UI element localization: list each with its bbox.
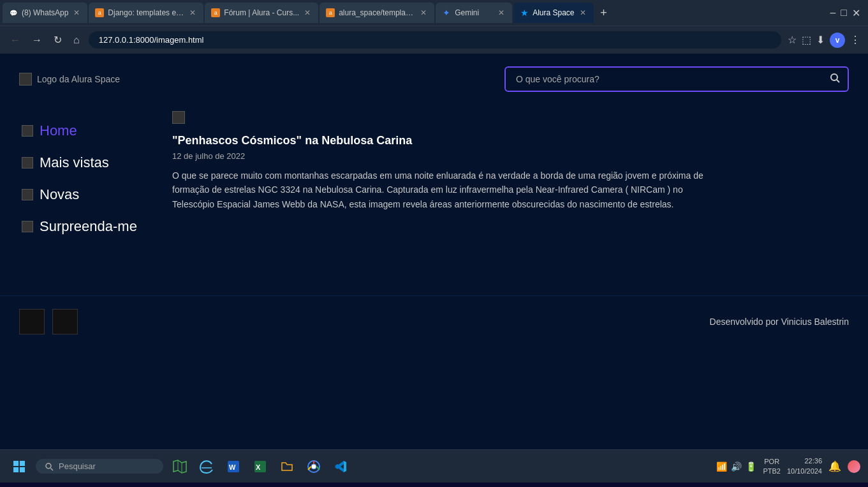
svg-point-0 [831,74,837,80]
cast-icon[interactable]: ⬚ [802,34,811,46]
tab-label-forum: Fórum | Alura - Curs... [224,8,299,17]
tab-label-whatsapp: (8) WhatsApp [22,8,68,17]
search-button[interactable] [822,68,848,91]
site-wrapper: Logo da Alura Space Home Mais vistas [0,54,868,347]
sys-icons: 📶 🔊 🔋 [716,461,756,472]
sys-date: 10/10/2024 [787,467,822,476]
article-body: O que se parece muito com montanhas esca… [172,169,721,211]
nav-icon-home [22,125,33,137]
site-nav: Home Mais vistas Novas Surpreenda-me [19,111,147,283]
search-icon [830,73,840,83]
system-tray: 📶 🔊 🔋 POR PTB2 22:36 10/10/2024 🔔 [716,456,860,476]
nav-label-home: Home [40,123,77,139]
chrome-icon [306,459,321,474]
start-button[interactable] [8,455,31,478]
taskbar-search[interactable]: Pesquisar [36,459,163,474]
nav-icon-surpreenda-me [22,221,33,232]
vscode-icon [333,459,348,474]
tab-label-gemini: Gemini [455,8,493,17]
forward-button[interactable]: → [29,32,45,49]
nav-item-mais-vistas[interactable]: Mais vistas [19,149,147,176]
battery-icon[interactable]: 🔋 [746,461,756,472]
back-button[interactable]: ← [8,32,23,49]
volume-icon[interactable]: 🔊 [731,461,742,472]
tab-alura-space[interactable]: ★ Alura Space ✕ [513,3,593,23]
nav-item-surpreenda-me[interactable]: Surpreenda-me [19,213,147,240]
tab-django[interactable]: a Django: templates e b... ✕ [89,3,203,23]
maximize-button[interactable]: □ [841,7,847,19]
tab-favicon-whatsapp: 💬 [9,8,18,17]
taskbar-app-chrome[interactable] [302,455,325,478]
sys-language: POR PTB2 [763,457,781,476]
notification-icon[interactable]: 🔔 [828,460,841,472]
below-site-area [0,347,868,449]
windows-logo [11,458,27,475]
logo-image [19,73,32,86]
taskbar-app-word[interactable]: W [222,455,245,478]
tab-close-forum[interactable]: ✕ [303,7,312,19]
tab-whatsapp[interactable]: 💬 (8) WhatsApp ✕ [3,3,87,23]
site-content: "Penhascos Cósmicos" na Nebulosa Carina … [172,111,849,283]
tab-close-whatsapp[interactable]: ✕ [72,7,81,19]
tab-favicon-django: a [95,8,104,17]
site-logo: Logo da Alura Space [19,73,120,86]
taskbar-apps: W X [168,455,352,478]
site-footer: Desenvolvido por Vinicius Balestrin [0,296,868,347]
taskbar-app-explorer[interactable] [276,455,298,478]
tab-alura-space-templates[interactable]: a alura_space/template... ✕ [320,3,434,23]
tab-label-django: Django: templates e b... [108,8,184,17]
svg-point-12 [311,464,316,469]
menu-icon[interactable]: ⋮ [850,34,860,46]
taskbar-app-maps[interactable] [168,455,191,478]
svg-point-2 [46,463,51,468]
taskbar: Pesquisar W [0,449,868,483]
taskbar-app-excel[interactable]: X [249,455,272,478]
site-search-bar [504,66,849,92]
address-icons: ☆ ⬚ ⬇ v ⋮ [788,33,860,48]
new-tab-button[interactable]: + [595,4,613,22]
taskbar-app-edge[interactable] [195,455,218,478]
taskbar-search-label: Pesquisar [59,461,96,471]
word-icon: W [226,459,241,474]
sys-time-date[interactable]: 22:36 10/10/2024 [787,456,822,476]
svg-marker-4 [173,460,186,473]
nav-item-novas[interactable]: Novas [19,181,147,208]
explorer-icon [279,459,295,474]
tab-close-alura-space[interactable]: ✕ [578,7,587,19]
nav-icon-mais-vistas [22,157,33,169]
article-date: 12 de julho de 2022 [172,151,849,161]
search-input[interactable] [506,68,822,91]
download-icon[interactable]: ⬇ [816,34,825,46]
home-button[interactable]: ⌂ [71,32,82,49]
svg-text:X: X [256,463,261,471]
close-button[interactable]: ✕ [852,7,860,19]
taskbar-app-vscode[interactable] [329,455,352,478]
window-controls: – □ ✕ [830,7,865,19]
site-header: Logo da Alura Space [0,54,868,105]
edge-icon [199,459,214,474]
tab-close-django[interactable]: ✕ [188,7,197,19]
nav-item-home[interactable]: Home [19,117,147,144]
url-input[interactable] [89,31,781,49]
footer-credit: Desenvolvido por Vinicius Balestrin [710,317,849,327]
svg-line-1 [837,80,839,82]
browser-chrome: 💬 (8) WhatsApp ✕ a Django: templates e b… [0,0,868,54]
site-main: Home Mais vistas Novas Surpreenda-me "Pe… [0,105,868,296]
instagram-icon[interactable] [52,309,78,334]
minimize-button[interactable]: – [830,7,835,19]
tab-favicon-alura-space-templates: a [326,8,335,17]
tab-label-alura-space-templates: alura_space/template... [339,8,415,17]
tab-favicon-forum: a [211,8,220,17]
tab-gemini[interactable]: ✦ Gemini ✕ [436,3,512,23]
twitter-icon[interactable] [19,309,45,334]
reload-button[interactable]: ↻ [51,31,64,49]
tab-close-alura-space-templates[interactable]: ✕ [419,7,428,19]
wifi-icon[interactable]: 📶 [716,461,727,472]
profile-button[interactable]: v [830,33,845,48]
logo-text: Logo da Alura Space [37,74,120,84]
bookmark-icon[interactable]: ☆ [788,34,797,46]
color-picker-icon[interactable] [848,460,860,473]
tab-favicon-gemini: ✦ [442,8,451,17]
tab-close-gemini[interactable]: ✕ [497,7,506,19]
tab-forum[interactable]: a Fórum | Alura - Curs... ✕ [205,3,318,23]
